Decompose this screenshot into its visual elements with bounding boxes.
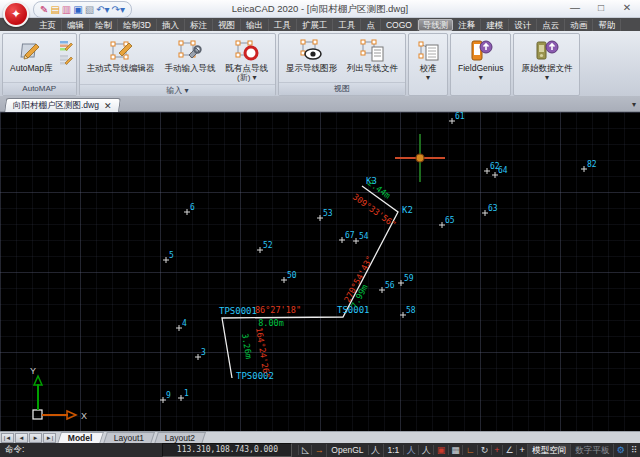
- jump-arrow-icon[interactable]: →: [311, 445, 326, 455]
- layout-tab-layout1[interactable]: Layout1: [103, 432, 155, 444]
- show-traverse-graphics-button[interactable]: 显示导线图形: [282, 36, 341, 75]
- ribbon-group-label-automap[interactable]: AutoMAP: [3, 82, 76, 95]
- manual-input-traverse-button[interactable]: 手动输入导线: [161, 36, 220, 75]
- point-label-5: 5: [169, 251, 174, 260]
- layout-tab-layout2[interactable]: Layout2: [154, 432, 206, 444]
- grid-icon[interactable]: ▦: [448, 445, 463, 455]
- point-label-63: 63: [488, 204, 498, 213]
- point-label-1: 1: [184, 389, 189, 398]
- menu-tab-1[interactable]: 编辑: [62, 19, 90, 31]
- document-tab-bar: 向阳村棚户区测图.dwg ✕ ▾: [0, 96, 640, 112]
- layout-tab-model[interactable]: Model: [57, 432, 103, 444]
- raw-data-file-button[interactable]: 原始数据文件 ▾: [517, 36, 576, 84]
- point-label-61: 61: [455, 112, 465, 121]
- menu-tab-6[interactable]: 视图: [213, 19, 241, 31]
- polar-icon[interactable]: ↻: [477, 445, 491, 455]
- ribbon-panel-view: 显示导线图形 列出导线文件 视图: [278, 33, 406, 96]
- ribbon-panel-fieldgenius: FieldGenius ▾: [450, 33, 511, 96]
- point-label-82: 82: [587, 160, 597, 169]
- ribbon-panel-rawdata: 原始数据文件 ▾: [513, 33, 580, 96]
- ortho-icon[interactable]: ∟: [462, 445, 477, 455]
- traverse-eye-icon: [299, 38, 325, 64]
- active-traverse-editor-button[interactable]: 主动式导线编辑器: [83, 36, 159, 75]
- menu-tab-7[interactable]: 输出: [241, 19, 269, 31]
- angle-annotation-6: 309°33'56": [351, 192, 398, 230]
- distance-annotation-3: 3.26m: [240, 333, 254, 360]
- osnap-icon[interactable]: ▣: [433, 445, 448, 455]
- maximize-button[interactable]: □: [588, 0, 614, 18]
- dropdown-arrow-icon: ▾: [479, 73, 483, 82]
- fieldgenius-button[interactable]: FieldGenius ▾: [454, 36, 507, 84]
- point-label-64: 64: [498, 166, 508, 175]
- menu-tab-0[interactable]: 主页: [34, 19, 62, 31]
- list-traverse-file-button[interactable]: 列出导线文件: [343, 36, 402, 75]
- calibrate-button[interactable]: 校准 ▾: [412, 36, 444, 84]
- point-label-4: 4: [182, 319, 187, 328]
- ucs-icon: YX: [30, 366, 87, 421]
- menu-tab-9[interactable]: 扩展工: [297, 19, 334, 31]
- menu-tab-3[interactable]: 绘制3D: [118, 19, 157, 31]
- station-label-K2[interactable]: K2: [402, 205, 413, 215]
- drawing-svg: TPS0002TPS0001TS0001K2K36162648263655365…: [0, 112, 640, 431]
- layout-nav-1[interactable]: ◄: [15, 433, 28, 443]
- menu-tab-11[interactable]: 点: [361, 19, 381, 31]
- menu-tab-16[interactable]: 设计: [509, 19, 537, 31]
- station-label-TPS0001[interactable]: TPS0001: [219, 306, 257, 316]
- menu-tab-17[interactable]: 点云: [537, 19, 565, 31]
- angle-icon[interactable]: ∠: [502, 445, 516, 455]
- menu-tab-19[interactable]: 帮助: [593, 19, 621, 31]
- menu-tab-14[interactable]: 注释: [453, 19, 481, 31]
- walk-person-icon[interactable]: 人: [368, 445, 383, 455]
- user-star-icon[interactable]: 人: [418, 445, 433, 455]
- ribbon: AutoMap库 AutoMAP: [0, 31, 640, 96]
- layout-nav-0[interactable]: |◄: [1, 433, 14, 443]
- menu-tab-15[interactable]: 建模: [481, 19, 509, 31]
- close-button[interactable]: ✕: [614, 0, 640, 18]
- document-tabs-menu-icon[interactable]: ▾: [632, 100, 636, 109]
- app-logo-icon[interactable]: ✦: [3, 1, 29, 27]
- ribbon-group-label-view[interactable]: 视图: [279, 82, 405, 95]
- grip-handle-icon[interactable]: ⠿: [627, 444, 640, 457]
- point-label-58: 58: [406, 306, 416, 315]
- menu-tab-13[interactable]: 导线测: [418, 19, 454, 31]
- crosshair-icon[interactable]: +: [516, 445, 527, 455]
- opengl-button[interactable]: OpenGL: [326, 444, 367, 457]
- traverse-wrench-icon: [177, 38, 203, 64]
- menu-tab-8[interactable]: 工具: [269, 19, 297, 31]
- status-icons-toggles: 人人▣▦∟↻+∠+: [403, 444, 527, 457]
- menu-tab-10[interactable]: 工具: [333, 19, 361, 31]
- point-label-67: 67: [345, 231, 355, 240]
- title-bar: ✦ ✎▤▥▣▧↶▾↷▾ LeicaCAD 2020 - [向阳村棚户区测图.dw…: [0, 0, 640, 18]
- point-label-59: 59: [404, 274, 414, 283]
- menu-tab-5[interactable]: 标注: [185, 19, 213, 31]
- existing-point-traverse-button[interactable]: 既有点导线 (新) ▾: [222, 36, 273, 84]
- settings-gear-icon[interactable]: ⚙: [613, 444, 627, 457]
- layout-nav-3[interactable]: ►|: [43, 433, 56, 443]
- user-follow-icon[interactable]: 人: [403, 445, 418, 455]
- minimize-button[interactable]: —: [562, 0, 588, 18]
- model-space-button[interactable]: 模型空间: [527, 444, 570, 457]
- status-icons-mid: 人: [368, 444, 383, 457]
- digitizer-tablet-button[interactable]: 数字平板: [570, 444, 613, 457]
- automap-library-button[interactable]: AutoMap库: [6, 36, 57, 75]
- command-prompt[interactable]: 命令:: [0, 444, 162, 456]
- drawing-canvas[interactable]: TPS0002TPS0001TS0001K2K36162648263655365…: [0, 112, 640, 431]
- ribbon-panel-automap: AutoMap库 AutoMAP: [2, 33, 77, 96]
- automap-layers-icon[interactable]: [59, 38, 73, 50]
- menu-tab-4[interactable]: 插入: [157, 19, 185, 31]
- draft-triangle-icon[interactable]: ◺: [298, 445, 311, 455]
- point-label-9: 9: [166, 391, 171, 400]
- otrack-icon[interactable]: +: [491, 445, 502, 455]
- menu-tab-2[interactable]: 绘制: [90, 19, 118, 31]
- layout-nav-2[interactable]: ►: [29, 433, 42, 443]
- automap-edit-icon[interactable]: [59, 52, 73, 64]
- menu-tab-12[interactable]: COGO: [381, 19, 418, 31]
- point-label-56: 56: [385, 281, 395, 290]
- scale-button[interactable]: 1:1: [383, 444, 404, 457]
- menu-tab-18[interactable]: 动画: [565, 19, 593, 31]
- document-close-icon[interactable]: ✕: [104, 101, 112, 111]
- document-tab[interactable]: 向阳村棚户区测图.dwg ✕: [4, 98, 121, 113]
- point-label-50: 50: [287, 271, 297, 280]
- point-label-3: 3: [201, 348, 206, 357]
- automap-icon: [19, 38, 43, 64]
